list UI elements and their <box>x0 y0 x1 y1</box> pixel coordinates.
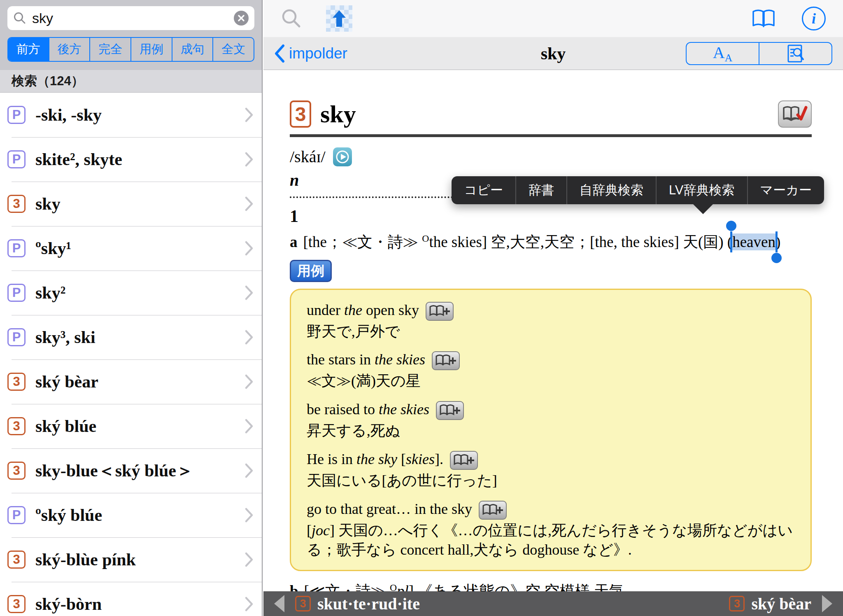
list-item-label: sky-blue＜ský blúe＞ <box>35 459 193 482</box>
chevron-right-icon <box>245 507 254 523</box>
list-item[interactable]: Pºský blúe <box>0 493 262 537</box>
next-entry-arrow-icon[interactable] <box>822 595 832 612</box>
example-japanese: [joc] 天国の…へ行く《…の位置には,死んだら行きそうな場所などがはいる；歌… <box>307 521 795 560</box>
list-item-label: ský-blùe pínk <box>35 550 136 569</box>
context-menu-item[interactable]: コピー <box>452 176 515 204</box>
up-arrow-icon <box>330 9 348 28</box>
chevron-right-icon <box>245 596 254 612</box>
next-entry-badge: 3 <box>729 596 745 611</box>
headword-rule <box>290 134 812 137</box>
list-item[interactable]: 3sky-blue＜ský blúe＞ <box>0 448 262 493</box>
selection-handle-end[interactable] <box>771 253 782 263</box>
context-menu-item[interactable]: 自辞典検索 <box>566 176 656 204</box>
chevron-right-icon <box>245 196 254 212</box>
list-item[interactable]: 3ský blúe <box>0 404 262 448</box>
list-item[interactable]: 3ský-bòrn <box>0 582 262 616</box>
page-title: sky <box>541 44 566 63</box>
list-item[interactable]: Psky² <box>0 271 262 315</box>
tab-後方[interactable]: 後方 <box>49 38 90 61</box>
search-in-page-button[interactable] <box>759 43 831 64</box>
chevron-right-icon <box>245 107 254 123</box>
book-plus-icon <box>435 353 457 369</box>
info-button[interactable]: i <box>802 7 826 30</box>
example-item: be raised to the skies昇天する,死ぬ <box>307 400 795 441</box>
context-menu-caret <box>692 203 714 214</box>
document-search-icon <box>785 44 806 63</box>
example-bookmark-button[interactable] <box>479 501 507 520</box>
example-item: under the open sky野天で,戸外で <box>307 301 795 341</box>
list-item[interactable]: P-ski, -sky <box>0 93 262 137</box>
entry-type-badge: 3 <box>7 195 26 213</box>
entry-type-badge: P <box>7 106 26 124</box>
clear-search-icon[interactable] <box>234 11 249 26</box>
navigation-bar: impolder sky AA <box>263 37 843 70</box>
list-item[interactable]: Pskite², skyte <box>0 137 262 182</box>
entry-type-badge: 3 <box>7 373 26 391</box>
selection-handle-start[interactable] <box>726 221 736 231</box>
tab-用例[interactable]: 用例 <box>130 38 172 61</box>
bookmark-button[interactable] <box>778 100 812 128</box>
example-english: the stars in the skies <box>307 350 795 370</box>
list-item[interactable]: 3ský bèar <box>0 359 262 404</box>
book-plus-icon <box>428 303 451 319</box>
back-button[interactable]: impolder <box>274 44 347 63</box>
tab-成句[interactable]: 成句 <box>172 38 213 61</box>
entry-type-badge: P <box>7 239 26 257</box>
book-check-icon <box>782 105 808 123</box>
tab-前方[interactable]: 前方 <box>8 38 49 61</box>
chevron-right-icon <box>245 240 254 256</box>
chevron-right-icon <box>245 463 254 478</box>
example-bookmark-button[interactable] <box>450 451 478 470</box>
entry-type-badge: 3 <box>7 551 26 569</box>
example-japanese: ≪文≫(満)天の星 <box>307 371 795 391</box>
next-entry-label[interactable]: ský bèar <box>751 594 811 614</box>
list-item[interactable]: Psky³, ski <box>0 315 262 359</box>
example-bookmark-button[interactable] <box>426 302 454 321</box>
context-menu-item[interactable]: 辞書 <box>515 176 566 204</box>
example-item: He is in the sky [skies].天国にいる[あの世に行った] <box>307 450 795 490</box>
previous-entry-arrow-icon[interactable] <box>274 595 284 612</box>
search-input[interactable] <box>31 10 234 27</box>
tab-完全[interactable]: 完全 <box>89 38 130 61</box>
play-audio-button[interactable] <box>333 147 352 166</box>
selected-text[interactable]: heaven <box>732 233 775 250</box>
chevron-right-icon <box>245 285 254 301</box>
result-list: P-ski, -skyPskite², skyte3skyPºsky¹Psky²… <box>0 93 262 616</box>
jump-to-top-button[interactable] <box>326 5 352 32</box>
info-icon: i <box>812 10 816 27</box>
open-book-icon[interactable] <box>751 8 776 29</box>
search-mode-tabs: 前方後方完全用例成句全文 <box>7 37 254 62</box>
sense-a-body: the skies] 空,大空,天空；[the, the skies] 天(国)… <box>429 233 732 250</box>
chevron-right-icon <box>245 552 254 567</box>
entry-type-badge: 3 <box>290 100 311 128</box>
list-item-label: sky³, ski <box>35 327 95 347</box>
chevron-right-icon <box>245 374 254 390</box>
entry-type-badge: P <box>7 328 26 346</box>
context-menu-item[interactable]: LV辞典検索 <box>656 176 747 204</box>
list-item[interactable]: 3ský-blùe pínk <box>0 537 262 582</box>
font-size-button[interactable]: AA <box>687 43 759 64</box>
headword: sky <box>320 102 356 126</box>
example-japanese: 野天で,戸外で <box>307 322 795 341</box>
list-item[interactable]: Pºsky¹ <box>0 226 262 271</box>
context-menu-item[interactable]: マーカー <box>747 176 824 204</box>
list-item-label: ºský blúe <box>35 505 102 525</box>
back-label: impolder <box>289 45 347 62</box>
example-bookmark-button[interactable] <box>436 401 464 420</box>
entry-type-badge: 3 <box>7 462 26 480</box>
example-item: go to that great… in the sky[joc] 天国の…へ行… <box>307 499 795 560</box>
sense-a-superscript: O <box>422 233 429 244</box>
example-bookmark-button[interactable] <box>432 351 460 370</box>
usage-examples-button[interactable]: 用例 <box>290 260 332 282</box>
examples-box-a: under the open sky野天で,戸外でthe stars in th… <box>290 289 812 572</box>
prev-entry-label[interactable]: skut·te·rud·ite <box>317 594 420 614</box>
top-toolbar: i <box>263 0 843 37</box>
chevron-right-icon <box>245 152 254 167</box>
search-field[interactable] <box>7 6 254 30</box>
tab-全文[interactable]: 全文 <box>212 38 254 61</box>
view-options-control: AA <box>686 42 832 65</box>
result-count-header: 検索（124） <box>0 70 262 93</box>
history-search-icon[interactable] <box>281 8 302 29</box>
entry-content: 3 sky /skáɪ/ <box>263 70 843 616</box>
list-item[interactable]: 3sky <box>0 182 262 226</box>
